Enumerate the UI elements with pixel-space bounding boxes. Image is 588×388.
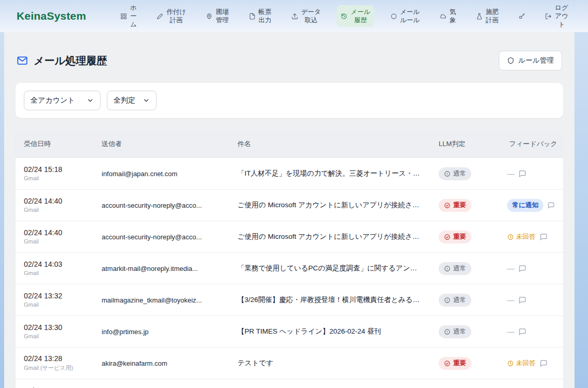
table-row[interactable]: 02/24 14:03 Gmail atmarkit-mail@noreply.… xyxy=(16,252,563,284)
account-filter-select[interactable]: 全アカウント xyxy=(24,91,101,110)
feedback-cell: — 常に通知 未回答 xyxy=(501,194,563,217)
chat-bubble-icon[interactable] xyxy=(519,170,526,178)
nav-item-home[interactable]: ホ ー ム xyxy=(116,1,141,32)
nav-item-mail-rules[interactable]: メール ルール xyxy=(386,5,424,27)
feedback-cell: — 常に通知 未回答 xyxy=(501,291,563,309)
datetime-cell: 02/24 14:40 Gmail xyxy=(16,224,93,250)
llm-judgment-badge: 重要 xyxy=(439,231,471,243)
subject: 四万十福祉専門学校、学生募集しないまま閉校へ 高知県... xyxy=(229,385,430,388)
upload-icon xyxy=(291,13,298,20)
llm-judgment-label: 重要 xyxy=(453,201,466,210)
subject: 「IT人材不足」を現場の力で解決。三菱オートリース・MS＆AD... xyxy=(229,164,430,183)
nav-item-field-management[interactable]: 圃場 管理 xyxy=(202,5,233,27)
datetime-cell: 02/24 15:18 Gmail xyxy=(16,161,93,186)
table-row[interactable]: 02/24 14:40 Gmail account-security-norep… xyxy=(16,221,563,252)
no-feedback-dash: — xyxy=(507,327,514,336)
chat-bubble-icon[interactable] xyxy=(540,360,548,367)
llm-judgment-label: 通常 xyxy=(453,169,466,178)
nav-item-weather[interactable]: 気 象 xyxy=(436,5,460,27)
table-row[interactable]: 02/24 13:30 Gmail info@prtimes.jp 【PR TI… xyxy=(16,315,563,347)
column-header-feedback: フィードバック xyxy=(501,131,563,157)
llm-judgment-badge: 通常 xyxy=(439,325,471,338)
table-row[interactable]: 02/24 13:28 Gmail (サービス用) akira@keinafar… xyxy=(16,347,563,379)
feedback-cell: — 常に通知 未回答 xyxy=(501,228,563,246)
rule-management-button[interactable]: ルール管理 xyxy=(499,51,562,70)
column-header-llm: LLM判定 xyxy=(430,131,501,157)
received-datetime: 02/24 14:40 xyxy=(24,197,85,205)
nav-item-label: ログ アウ ト xyxy=(555,4,568,29)
feedback-cell: — 常に通知 未回答 xyxy=(501,323,563,340)
nav-item-fertilization-plan[interactable]: 施肥 計画 xyxy=(472,5,503,27)
llm-judgment-cell: 重要 xyxy=(430,352,501,375)
app-logo[interactable]: KeinaSystem xyxy=(17,10,86,22)
circle-icon xyxy=(390,13,397,20)
feedback-cell: — 常に通知 未回答 xyxy=(501,386,563,388)
nav-item-logout[interactable]: ログ アウ ト xyxy=(541,1,572,32)
nav-item-label: 作付け 計画 xyxy=(166,8,186,25)
no-feedback-dash: — xyxy=(507,169,514,178)
always-notify-badge: 常に通知 xyxy=(507,199,543,212)
nav-item-key[interactable] xyxy=(514,10,529,22)
rule-management-label: ルール管理 xyxy=(519,56,554,65)
chat-bubble-icon[interactable] xyxy=(519,328,526,336)
circle-check-icon xyxy=(444,202,451,209)
nav-item-data-import[interactable]: データ 取込 xyxy=(287,5,325,27)
chat-bubble-icon[interactable] xyxy=(519,265,526,272)
nav-items: ホ ー ム 作付け 計画 圃場 管理 帳票 出力 データ 取込 メール 履歴 メ… xyxy=(116,1,572,32)
llm-judgment-badge: 通常 xyxy=(439,167,471,180)
subject: 【3/26開催】慶応・岸教授登壇！横川電機責任者とみる経営... xyxy=(229,291,430,309)
feedback-cell: — 常に通知 未回答 xyxy=(501,354,563,372)
account-label: Gmail xyxy=(24,207,85,213)
llm-judgment-badge: 通常 xyxy=(439,262,471,275)
unanswered-status: 未回答 xyxy=(507,359,536,368)
table-row[interactable]: 02/24 13:32 Gmail mailmagazine_tkmail@to… xyxy=(16,284,563,315)
llm-judgment-badge: 重要 xyxy=(439,199,471,212)
account-label: Gmail xyxy=(24,175,85,182)
circle-check-icon xyxy=(444,360,451,367)
chat-bubble-icon[interactable] xyxy=(548,202,555,209)
llm-judgment-label: 重要 xyxy=(453,359,466,368)
llm-judgment-cell: 通常 xyxy=(430,289,501,311)
chat-bubble-icon[interactable] xyxy=(540,233,548,241)
nav-item-label: データ 取込 xyxy=(301,8,321,25)
datetime-cell: 02/24 13:30 Gmail xyxy=(16,319,93,344)
pencil-icon xyxy=(157,13,163,20)
table-row[interactable]: 02/24 14:40 Gmail account-security-norep… xyxy=(16,189,563,221)
nav-item-planting-plan[interactable]: 作付け 計画 xyxy=(152,5,190,27)
llm-judgment-badge: 重要 xyxy=(439,357,471,370)
nav-item-label: 施肥 計画 xyxy=(486,8,499,25)
table-row[interactable]: 02/24 12:10 digital@kochinews.jp 四万十福祉専門… xyxy=(16,379,563,388)
sender: digital@kochinews.jp xyxy=(93,386,229,388)
nav-item-report-output[interactable]: 帳票 出力 xyxy=(245,5,276,27)
chevron-down-icon xyxy=(143,97,150,104)
judgment-filter-value: 全判定 xyxy=(114,96,135,105)
account-label: Gmail xyxy=(24,238,85,245)
sender: info@prtimes.jp xyxy=(93,323,229,340)
table-row[interactable]: 02/24 15:18 Gmail infomail@japan.cnet.co… xyxy=(16,157,563,189)
nav-item-label: メール 履歴 xyxy=(351,8,370,25)
flask-icon xyxy=(476,13,483,20)
cloud-icon xyxy=(440,13,446,20)
column-header-subject: 件名 xyxy=(229,131,430,157)
circle-check-icon xyxy=(444,234,451,240)
feedback-cell: — 常に通知 未回答 xyxy=(501,165,563,182)
nav-item-label: 帳票 出力 xyxy=(259,8,272,25)
mail-history-table: 受信日時 送信者 件名 LLM判定 フィードバック 02/24 15:18 Gm… xyxy=(16,131,563,388)
llm-judgment-label: 重要 xyxy=(453,233,466,241)
clock-icon xyxy=(507,234,514,240)
account-label: Gmail xyxy=(24,301,85,308)
account-label: Gmail xyxy=(24,270,85,277)
sender: akira@keinafarm.com xyxy=(93,355,229,372)
column-header-datetime: 受信日時 xyxy=(16,131,93,157)
llm-judgment-label: 通常 xyxy=(453,327,466,336)
chat-bubble-icon[interactable] xyxy=(519,296,526,304)
unanswered-status: 未回答 xyxy=(507,233,536,241)
judgment-filter-select[interactable]: 全判定 xyxy=(107,91,157,110)
feedback-cell: — 常に通知 未回答 xyxy=(501,260,563,277)
table-header: 受信日時 送信者 件名 LLM判定 フィードバック xyxy=(16,131,563,157)
received-datetime: 02/24 13:28 xyxy=(24,354,85,363)
key-icon xyxy=(519,13,525,20)
llm-judgment-cell: 通常 xyxy=(430,163,501,185)
nav-item-mail-history[interactable]: メール 履歴 xyxy=(337,5,374,27)
page-title: メール処理履歴 xyxy=(34,54,107,68)
